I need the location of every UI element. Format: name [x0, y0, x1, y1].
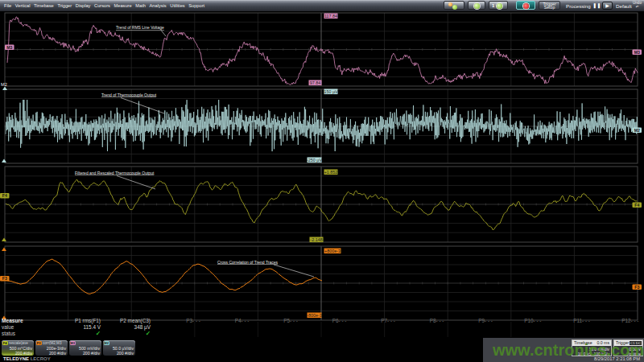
svg-text:+800e-3: +800e-3: [324, 249, 341, 253]
svg-text:-250 µV: -250 µV: [307, 158, 322, 162]
svg-text:150 µV: 150 µV: [324, 89, 338, 94]
svg-text:M2: M2: [1, 82, 7, 87]
svg-text:Cross Correlation of Trend Tra: Cross Correlation of Trend Traces: [217, 260, 279, 265]
svg-text:-2.148: -2.148: [310, 237, 322, 242]
svg-text:Trend of Thermocouple Output: Trend of Thermocouple Output: [101, 93, 157, 97]
svg-text:M2: M2: [634, 128, 640, 133]
svg-text:+1.852: +1.852: [324, 170, 338, 175]
svg-text:F4: F4: [634, 203, 639, 208]
svg-text:-800e-3: -800e-3: [307, 313, 322, 318]
svg-text:Trend of RMS Line Voltage: Trend of RMS Line Voltage: [116, 25, 164, 30]
svg-text:97.84: 97.84: [310, 80, 321, 85]
svg-text:M3: M3: [6, 45, 12, 50]
svg-text:M3: M3: [634, 50, 640, 55]
svg-text:F3: F3: [2, 276, 7, 281]
svg-text:117.84: 117.84: [324, 14, 337, 19]
svg-text:Filtered and Rescaled Thermoco: Filtered and Rescaled Thermocouple Outpu…: [75, 171, 155, 175]
svg-text:F3: F3: [634, 285, 639, 290]
svg-text:F4: F4: [2, 193, 7, 198]
